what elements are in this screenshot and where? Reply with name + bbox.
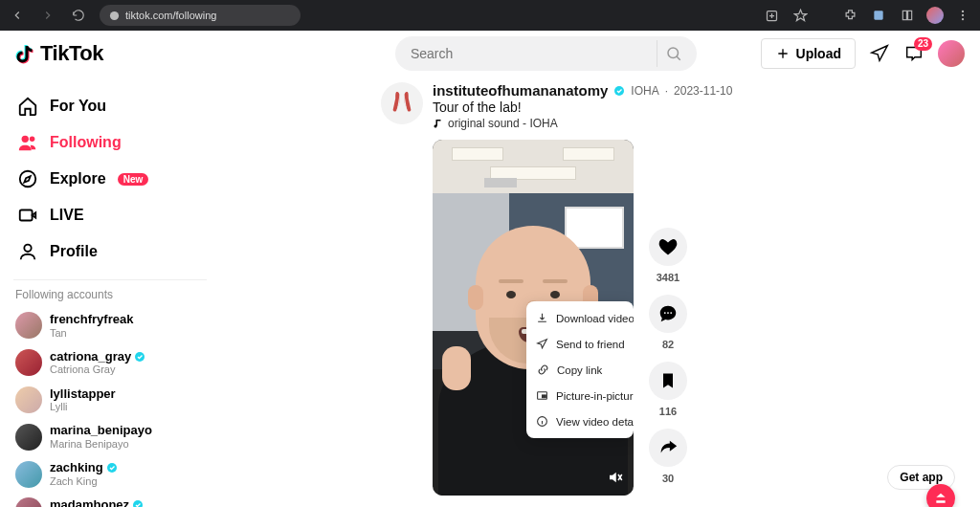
browser-profile-avatar[interactable] [926,7,944,24]
following-account[interactable]: marina_benipayoMarina Benipayo [8,418,212,455]
url-text: tiktok.com/following [125,10,216,21]
post-caption: Tour of the lab! [433,99,732,115]
inbox-badge: 23 [914,37,932,51]
chevron-up-icon [934,492,947,505]
upload-button[interactable]: Upload [761,38,856,69]
site-info-icon [109,11,120,21]
svg-point-6 [962,14,964,16]
reload-icon[interactable] [69,6,88,25]
ctx-pip[interactable]: Picture-in-picture [526,383,634,408]
send-icon [536,338,548,350]
search-icon[interactable] [657,40,691,67]
account-username: zachking [50,460,118,475]
like-button[interactable] [649,228,687,266]
svg-point-18 [614,86,624,96]
search-box[interactable] [395,36,697,71]
tiktok-logo[interactable]: TikTok [15,41,103,66]
post-header-line[interactable]: instituteofhumananatomy IOHA · 2023-11-1… [433,82,732,99]
main-feed: instituteofhumananatomy IOHA · 2023-11-1… [212,77,980,507]
account-username: madambonez [50,497,144,507]
account-displayname: Marina Benipayo [50,438,152,451]
save-button[interactable] [649,362,687,400]
search-input[interactable] [411,46,657,61]
svg-point-13 [24,245,31,252]
account-avatar [15,497,42,507]
post-username: instituteofhumananatomy [433,82,608,99]
verified-badge-icon [613,85,625,97]
svg-point-11 [20,171,36,187]
following-account[interactable]: madambonezMegan Young [8,493,212,507]
ctx-download[interactable]: Download video [526,305,634,331]
ctx-send[interactable]: Send to friend [526,331,634,357]
account-avatar [15,461,42,488]
browser-chrome: tiktok.com/following [0,0,980,31]
following-account[interactable]: catriona_grayCatriona Gray [8,344,212,382]
account-avatar [15,349,42,376]
account-displayname: Catriona Gray [50,364,145,376]
nav-live[interactable]: LIVE [8,197,212,233]
compass-icon [15,168,40,189]
heart-icon [657,236,679,257]
divider [13,279,207,280]
video-context-menu: Download video Send to friend Copy link … [526,301,634,438]
ctx-copy-link[interactable]: Copy link [526,357,634,383]
account-displayname: Tan [50,327,133,340]
back-icon[interactable] [8,6,27,25]
svg-rect-20 [543,395,546,398]
ext2-icon[interactable] [898,6,917,25]
profile-avatar[interactable] [938,40,965,67]
svg-rect-4 [908,11,912,19]
svg-point-10 [30,137,35,143]
extensions-icon[interactable] [840,6,859,25]
post: instituteofhumananatomy IOHA · 2023-11-1… [381,82,879,496]
install-app-icon[interactable] [762,6,781,25]
browser-menu-icon[interactable] [953,6,972,25]
svg-point-14 [135,352,145,362]
upload-label: Upload [796,46,841,61]
anatomy-logo-icon [386,87,418,120]
post-author-avatar[interactable] [381,82,423,124]
ext1-icon[interactable] [869,6,888,25]
nav-label: For You [50,98,106,115]
link-icon [536,364,549,376]
music-note-icon [433,118,444,129]
scroll-top-button[interactable] [926,484,955,507]
nav-label: Following [50,134,122,151]
forward-icon[interactable] [38,6,57,25]
account-displayname: Zach King [50,475,118,488]
video-player[interactable]: Download video Send to friend Copy link … [433,140,634,496]
like-count: 3481 [657,272,679,283]
share-count: 30 [662,473,674,484]
account-username: marina_benipayo [50,423,152,438]
comment-button[interactable] [649,295,687,333]
svg-point-15 [107,463,117,473]
svg-point-22 [664,312,666,314]
nav-profile[interactable]: Profile [8,233,212,270]
tiktok-logo-icon [15,42,38,65]
sidebar: For You Following Explore New LIVE Profi… [0,77,212,507]
pip-icon [536,389,548,402]
download-icon [536,312,548,324]
account-avatar [15,424,42,451]
mute-icon[interactable] [605,467,626,488]
svg-point-9 [22,136,29,143]
share-icon [657,437,679,458]
share-button[interactable] [649,429,687,467]
messages-icon[interactable] [869,43,890,64]
following-account[interactable]: frenchfryfreakTan [8,307,212,344]
account-username: catriona_gray [50,349,145,364]
inbox-icon[interactable]: 23 [903,43,924,64]
following-account[interactable]: lyllistapperLylli [8,382,212,419]
ctx-details[interactable]: View video details [526,408,634,434]
post-sound[interactable]: original sound - IOHA [433,117,732,130]
nav-for-you[interactable]: For You [8,88,212,124]
verified-badge-icon [134,351,145,363]
nav-label: Profile [50,243,98,260]
following-account[interactable]: zachkingZach King [8,455,212,493]
nav-explore[interactable]: Explore New [8,161,212,197]
nav-following[interactable]: Following [8,124,212,161]
following-section-title: Following accounts [8,288,212,307]
logo-text: TikTok [40,41,103,66]
bookmark-icon[interactable] [791,6,810,25]
url-bar[interactable]: tiktok.com/following [100,5,301,26]
